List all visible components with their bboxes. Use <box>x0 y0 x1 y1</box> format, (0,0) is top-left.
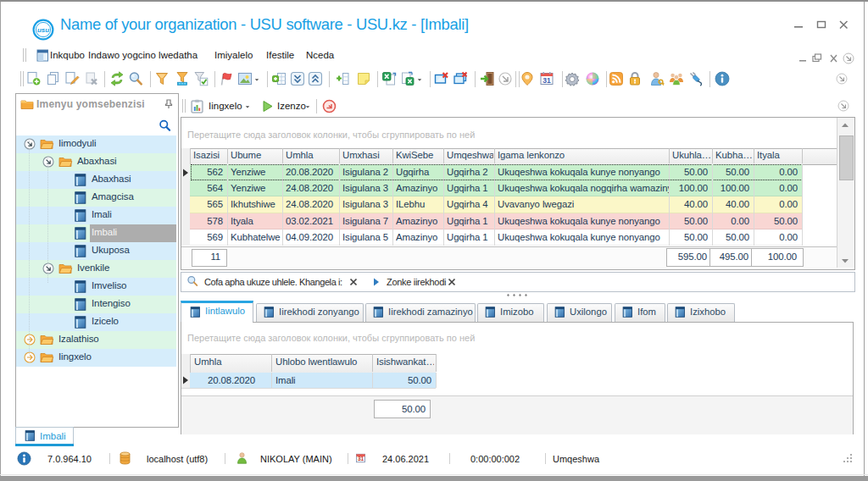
svg-text:31: 31 <box>542 76 551 85</box>
svg-text:usu: usu <box>37 26 49 34</box>
svg-text:31: 31 <box>358 456 364 462</box>
